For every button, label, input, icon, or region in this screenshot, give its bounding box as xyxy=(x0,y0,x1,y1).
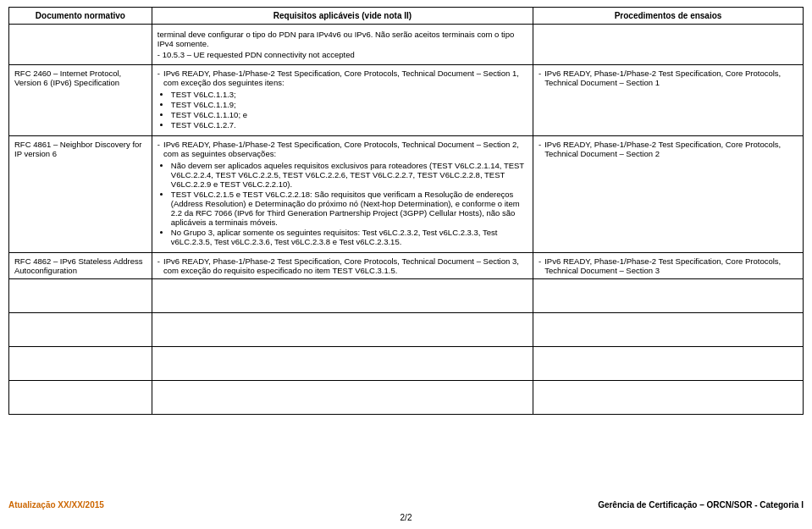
list-item: No Grupo 3, aplicar somente os seguintes… xyxy=(171,228,528,246)
doc-cell-empty3 xyxy=(9,347,152,381)
req-main-rfc4862: IPv6 READY, Phase-1/Phase-2 Test Specifi… xyxy=(163,256,528,275)
req-cell-rfc4862: - IPv6 READY, Phase-1/Phase-2 Test Speci… xyxy=(152,253,533,279)
proc-cell-rfc4861: - IPv6 READY, Phase-1/Phase-2 Test Speci… xyxy=(533,136,804,253)
doc-cell-empty4 xyxy=(9,381,152,415)
req-main-rfc4861: IPv6 READY, Phase-1/Phase-2 Test Specifi… xyxy=(163,140,528,158)
proc-dash-rfc4861: - xyxy=(539,140,541,158)
proc-cell-empty2 xyxy=(533,313,804,347)
proc-cell-rfc4862: - IPv6 READY, Phase-1/Phase-2 Test Speci… xyxy=(533,253,804,279)
list-item: TEST V6LC.1.1.3; xyxy=(171,90,528,99)
doc-cell-empty1 xyxy=(9,279,152,313)
header-col2: Requisitos aplicáveis (vide nota II) xyxy=(152,8,533,25)
table-row-rfc4862: RFC 4862 – IPv6 Stateless Address Autoco… xyxy=(9,253,804,279)
footer-date: Atualização XX/XX/2015 xyxy=(8,500,104,510)
proc-dash-item-rfc4862: - IPv6 READY, Phase-1/Phase-2 Test Speci… xyxy=(539,256,798,275)
proc-cell-intro xyxy=(533,25,804,65)
table-row-rfc2460: RFC 2460 – Internet Protocol, Version 6 … xyxy=(9,65,804,136)
list-item: Não devem ser aplicados aqueles requisit… xyxy=(171,161,528,189)
proc-cell-empty3 xyxy=(533,347,804,381)
doc-cell-intro xyxy=(9,25,152,65)
header-col3: Procedimentos de ensaios xyxy=(533,8,804,25)
req-main-rfc2460: IPv6 READY, Phase-1/Phase-2 Test Specifi… xyxy=(163,69,528,87)
table-row-rfc4861: RFC 4861 – Neighbor Discovery for IP ver… xyxy=(9,136,804,253)
req-cell-intro: terminal deve configurar o tipo do PDN p… xyxy=(152,25,533,65)
proc-dash-rfc2460: - xyxy=(539,69,541,87)
req-list-rfc2460: TEST V6LC.1.1.3; TEST V6LC.1.1.9; TEST V… xyxy=(157,90,528,129)
req-intro-text1: terminal deve configurar o tipo do PDN p… xyxy=(157,30,528,48)
table-row-empty1 xyxy=(9,279,804,313)
req-cell-empty1 xyxy=(152,279,533,313)
req-cell-rfc4861: - IPv6 READY, Phase-1/Phase-2 Test Speci… xyxy=(152,136,533,253)
req-intro-text2: - 10.5.3 – UE requested PDN connectivity… xyxy=(157,50,528,59)
proc-cell-rfc2460: - IPv6 READY, Phase-1/Phase-2 Test Speci… xyxy=(533,65,804,136)
req-dash-item-rfc4862: - IPv6 READY, Phase-1/Phase-2 Test Speci… xyxy=(157,256,528,275)
list-item: TEST V6LC.1.1.9; xyxy=(171,100,528,109)
table-row-empty2 xyxy=(9,313,804,347)
proc-main-rfc2460: IPv6 READY, Phase-1/Phase-2 Test Specifi… xyxy=(544,69,798,87)
req-dash-rfc4862: - xyxy=(157,256,160,275)
table-row-empty3 xyxy=(9,347,804,381)
page: Documento normativo Requisitos aplicávei… xyxy=(0,0,812,529)
req-dash-rfc4861: - xyxy=(157,140,160,158)
req-cell-rfc2460: - IPv6 READY, Phase-1/Phase-2 Test Speci… xyxy=(152,65,533,136)
req-cell-empty4 xyxy=(152,381,533,415)
proc-dash-rfc4862: - xyxy=(539,256,541,275)
req-dash-rfc2460: - xyxy=(157,69,160,87)
table-row-empty4 xyxy=(9,381,804,415)
proc-dash-item-rfc4861: - IPv6 READY, Phase-1/Phase-2 Test Speci… xyxy=(539,140,798,158)
req-cell-empty2 xyxy=(152,313,533,347)
main-table: Documento normativo Requisitos aplicávei… xyxy=(8,7,804,415)
proc-cell-empty1 xyxy=(533,279,804,313)
footer: Atualização XX/XX/2015 Gerência de Certi… xyxy=(8,492,804,510)
list-item: TEST V6LC.2.1.5 e TEST V6LC.2.2.18: São … xyxy=(171,190,528,227)
proc-cell-empty4 xyxy=(533,381,804,415)
page-number: 2/2 xyxy=(8,513,804,522)
list-item: TEST V6LC.1.2.7. xyxy=(171,120,528,129)
list-item: TEST V6LC.1.1.10; e xyxy=(171,110,528,119)
proc-dash-item-rfc2460: - IPv6 READY, Phase-1/Phase-2 Test Speci… xyxy=(539,69,798,87)
req-cell-empty3 xyxy=(152,347,533,381)
footer-org: Gerência de Certificação – ORCN/SOR - Ca… xyxy=(598,500,804,510)
doc-cell-rfc2460: RFC 2460 – Internet Protocol, Version 6 … xyxy=(9,65,152,136)
req-dash-item-rfc4861: - IPv6 READY, Phase-1/Phase-2 Test Speci… xyxy=(157,140,528,158)
doc-cell-rfc4861: RFC 4861 – Neighbor Discovery for IP ver… xyxy=(9,136,152,253)
doc-cell-empty2 xyxy=(9,313,152,347)
doc-cell-rfc4862: RFC 4862 – IPv6 Stateless Address Autoco… xyxy=(9,253,152,279)
req-dash-item-rfc2460: - IPv6 READY, Phase-1/Phase-2 Test Speci… xyxy=(157,69,528,87)
req-bullets-rfc4861: Não devem ser aplicados aqueles requisit… xyxy=(157,161,528,246)
header-col1: Documento normativo xyxy=(9,8,152,25)
proc-main-rfc4862: IPv6 READY, Phase-1/Phase-2 Test Specifi… xyxy=(544,256,798,275)
table-row-intro: terminal deve configurar o tipo do PDN p… xyxy=(9,25,804,65)
proc-main-rfc4861: IPv6 READY, Phase-1/Phase-2 Test Specifi… xyxy=(544,140,798,158)
